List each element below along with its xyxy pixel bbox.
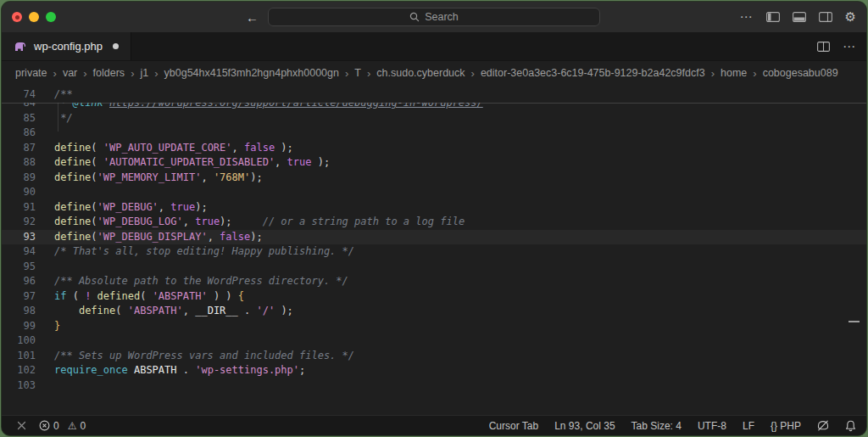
- code-line[interactable]: 102require_once ABSPATH . 'wp-settings.p…: [2, 363, 866, 378]
- toggle-panel-icon[interactable]: [793, 12, 806, 22]
- code-token: 'WP_DEBUG_DISPLAY': [97, 231, 208, 243]
- cursor-tab-toggle[interactable]: Cursor Tab: [489, 420, 538, 432]
- code-line[interactable]: 91define('WP_DEBUG', true);: [2, 200, 866, 216]
- php-elephant-shape: [15, 42, 25, 51]
- code-line[interactable]: 86: [2, 126, 866, 141]
- code-text: [36, 260, 54, 275]
- code-token: false: [244, 142, 275, 154]
- status-left: 0 ⚠ 0: [17, 420, 86, 432]
- zoom-button[interactable]: [46, 12, 56, 22]
- code-text: require_once ABSPATH . 'wp-settings.php'…: [36, 363, 305, 378]
- breadcrumb-item[interactable]: var: [63, 67, 77, 79]
- code-line[interactable]: 98 define( 'ABSPATH', __DIR__ . '/' );: [2, 304, 866, 319]
- code-token: ,: [183, 216, 195, 227]
- code-line[interactable]: 95: [2, 260, 866, 275]
- search-input[interactable]: Search: [268, 8, 600, 26]
- code-text: /** Sets up WordPress vars and included …: [36, 349, 354, 364]
- eol-sequence[interactable]: LF: [743, 420, 754, 432]
- code-line[interactable]: 92define('WP_DEBUG_LOG', true); // or a …: [2, 215, 866, 230]
- warnings-count: ⚠ 0: [68, 420, 86, 432]
- more-actions-icon[interactable]: ⋯: [740, 9, 754, 25]
- line-number: 96: [2, 274, 36, 289]
- breadcrumb-item[interactable]: T: [354, 67, 361, 79]
- line-number: 102: [2, 363, 36, 378]
- encoding[interactable]: UTF-8: [698, 420, 726, 432]
- code-line[interactable]: 90: [2, 185, 866, 200]
- overview-ruler-mark[interactable]: [849, 321, 860, 322]
- line-number: 90: [2, 185, 36, 200]
- toggle-left-sidebar-icon[interactable]: [766, 12, 780, 22]
- copilot-disabled-icon[interactable]: [817, 420, 829, 431]
- code-line[interactable]: 88define( 'AUTOMATIC_UPDATER_DISABLED', …: [2, 155, 866, 171]
- problems-indicator[interactable]: 0 ⚠ 0: [39, 420, 86, 432]
- code-line[interactable]: 87define( 'WP_AUTO_UPDATE_CORE', false )…: [2, 141, 866, 156]
- code-token: (: [91, 142, 103, 154]
- code-token: [128, 364, 134, 376]
- code-token: '768M': [214, 171, 250, 183]
- code-editor[interactable]: 74/**84 * @link https://wordpress.org/su…: [2, 85, 866, 415]
- code-line[interactable]: 97if ( ! defined( 'ABSPATH' ) ) {: [2, 289, 866, 305]
- remote-indicator-icon[interactable]: [17, 421, 26, 430]
- code-line[interactable]: 93define('WP_DEBUG_DISPLAY', false);: [2, 230, 866, 245]
- breadcrumb-item[interactable]: folders: [93, 67, 125, 79]
- code-line[interactable]: 85 */: [2, 111, 866, 126]
- line-number: 92: [2, 215, 36, 230]
- warnings-value: 0: [80, 420, 86, 432]
- tab-more-icon[interactable]: ⋯: [843, 39, 856, 54]
- close-button[interactable]: [12, 12, 22, 22]
- language-mode[interactable]: {} PHP: [771, 420, 801, 432]
- code-token: @link: [73, 103, 103, 109]
- back-arrow-icon[interactable]: ←: [246, 10, 259, 25]
- code-line[interactable]: 99}: [2, 319, 866, 334]
- breadcrumb-separator: ›: [154, 67, 158, 80]
- code-token: ,: [201, 171, 213, 183]
- code-line[interactable]: 101/** Sets up WordPress vars and includ…: [2, 349, 866, 364]
- code-token: define: [54, 156, 91, 168]
- code-token: ,: [183, 305, 195, 317]
- code-token: define: [54, 142, 91, 154]
- line-number: 86: [2, 126, 36, 141]
- code-token: [103, 103, 109, 109]
- line-number: 98: [2, 304, 36, 319]
- code-line[interactable]: 103: [2, 378, 866, 394]
- notifications-bell-icon[interactable]: [845, 420, 856, 432]
- tab-size[interactable]: Tab Size: 4: [632, 420, 682, 432]
- code-text: /** Absolute path to the WordPress direc…: [36, 274, 348, 289]
- breadcrumb-item[interactable]: ch.sudo.cyberduck: [376, 67, 465, 79]
- sticky-code-line[interactable]: 74/**: [2, 87, 866, 103]
- code-token: {: [238, 290, 244, 302]
- code-token: 'WP_DEBUG': [97, 201, 159, 213]
- code-line[interactable]: 94/* That's all, stop editing! Happy pub…: [2, 244, 866, 260]
- code-token: define: [54, 201, 91, 213]
- code-line[interactable]: 84 * @link https://wordpress.org/support…: [2, 103, 866, 111]
- toggle-right-sidebar-icon[interactable]: [819, 12, 832, 22]
- modified-dot[interactable]: [113, 43, 119, 49]
- breadcrumb-item[interactable]: j1: [140, 67, 148, 79]
- split-editor-icon[interactable]: [817, 42, 830, 52]
- breadcrumb-item[interactable]: cobogesabu089: [763, 67, 838, 79]
- code-line[interactable]: 100: [2, 333, 866, 349]
- tab-wp-config[interactable]: wp-config.php: [2, 32, 131, 60]
- code-line[interactable]: 89define('WP_MEMORY_LIMIT', '768M');: [2, 171, 866, 186]
- breadcrumb-item[interactable]: home: [721, 67, 747, 79]
- code-token: '/': [256, 305, 275, 317]
- line-number: 88: [2, 155, 36, 171]
- code-token: /** Sets up WordPress vars and included …: [54, 350, 354, 361]
- code-token: define: [54, 231, 91, 243]
- code-token: 'wp-settings.php': [195, 364, 299, 376]
- line-number: 103: [2, 378, 36, 394]
- minimize-button[interactable]: [29, 12, 39, 22]
- code-text: define('WP_DEBUG_LOG', true); // or a st…: [36, 215, 465, 230]
- breadcrumb-item[interactable]: editor-3e0a3ec3-6c19-475b-9129-b2a42c9fd…: [481, 67, 705, 79]
- cursor-position[interactable]: Ln 93, Col 35: [554, 420, 615, 432]
- errors-count: 0: [39, 420, 59, 432]
- breadcrumb-item[interactable]: private: [15, 67, 47, 79]
- settings-gear-icon[interactable]: ⚙: [845, 9, 856, 25]
- code-token: 'WP_MEMORY_LIMIT': [97, 171, 202, 183]
- clipped-code-line: 84 * @link https://wordpress.org/support…: [2, 103, 866, 111]
- code-line[interactable]: 96/** Absolute path to the WordPress dir…: [2, 274, 866, 289]
- breadcrumb-item[interactable]: yb0g54hx415f3mh2hgn4phxh0000gn: [164, 67, 339, 79]
- titlebar-actions: ⋯ ⚙: [740, 2, 856, 32]
- code-text: define('WP_MEMORY_LIMIT', '768M');: [36, 171, 263, 186]
- breadcrumb-separator: ›: [711, 67, 715, 80]
